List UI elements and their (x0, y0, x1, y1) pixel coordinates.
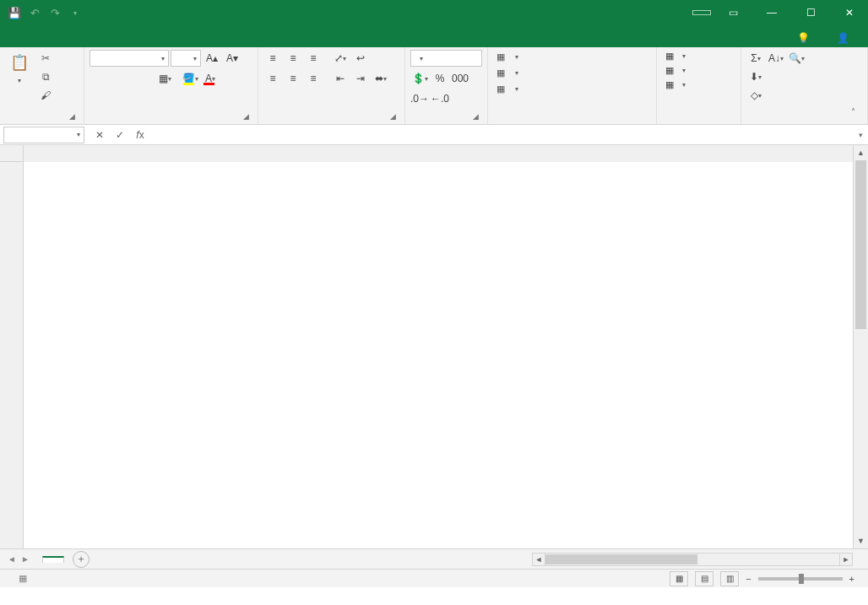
autosum-icon[interactable]: Σ▾ (746, 50, 765, 67)
add-sheet-button[interactable]: ＋ (73, 551, 90, 568)
launcher-icon[interactable]: ◢ (241, 112, 251, 122)
fill-color-icon[interactable]: 🪣▾ (181, 70, 199, 87)
cut-icon[interactable]: ✂ (37, 50, 54, 67)
ribbon-tabs: 💡 👤 (0, 25, 868, 47)
comma-icon[interactable]: 000 (451, 70, 469, 87)
minimize-icon[interactable]: — (755, 0, 789, 25)
align-bottom-icon[interactable]: ≡ (304, 50, 323, 67)
help-link[interactable] (818, 35, 828, 41)
collapse-ribbon-icon[interactable]: ˄ (851, 107, 865, 121)
confirm-edit-icon[interactable]: ✓ (110, 127, 130, 143)
paste-button[interactable]: 📋 ▾ (5, 50, 34, 86)
font-size-select[interactable]: ▾ (171, 50, 201, 67)
zoom-slider[interactable] (758, 577, 843, 581)
cancel-edit-icon[interactable]: ✕ (90, 127, 110, 143)
clear-icon[interactable]: ◇▾ (746, 87, 765, 104)
cell-styles-button[interactable]: ▦ ▾ (493, 82, 651, 96)
group-styles: ▦ ▾ ▦ ▾ ▦ ▾ (488, 47, 657, 124)
number-format-select[interactable]: ▾ (410, 50, 482, 67)
font-color-icon[interactable]: A▾ (201, 70, 220, 87)
group-editing: Σ▾ A↓▾ 🔍▾ ⬇▾ ◇▾ (741, 47, 868, 124)
qat-customize-icon[interactable]: ▾ (66, 3, 84, 22)
quick-access-toolbar: 💾 ↶ ↷ ▾ (0, 3, 84, 22)
align-center-icon[interactable]: ≡ (284, 70, 302, 87)
percent-icon[interactable]: % (431, 70, 449, 87)
scroll-left-icon[interactable]: ◄ (532, 553, 545, 566)
horizontal-scrollbar[interactable]: ◄ ► (532, 553, 853, 566)
decrease-font-icon[interactable]: A▾ (223, 50, 241, 67)
sheet-nav[interactable]: ◄► (0, 554, 37, 564)
close-icon[interactable]: ✕ (833, 0, 866, 25)
italic-button[interactable] (110, 70, 128, 87)
format-as-table-button[interactable]: ▦ ▾ (493, 66, 651, 80)
sheet-tab-bar: ◄► ＋ ◄ ► (0, 548, 868, 569)
scroll-up-icon[interactable]: ▲ (854, 145, 868, 160)
tell-me-icon[interactable]: 💡 (792, 29, 815, 47)
ribbon: 📋 ▾ ✂ ⧉ 🖌 ◢ ▾ ▾ A▴ A▾ (0, 47, 868, 125)
formula-input[interactable] (155, 127, 853, 143)
increase-indent-icon[interactable]: ⇥ (351, 70, 370, 87)
wrap-text-icon[interactable]: ↩ (351, 50, 370, 67)
align-right-icon[interactable]: ≡ (304, 70, 323, 87)
decrease-decimal-icon[interactable]: ←.0 (431, 90, 449, 107)
signin-button[interactable] (692, 10, 711, 15)
hscroll-thumb[interactable] (545, 554, 697, 564)
copy-icon[interactable]: ⧉ (37, 68, 54, 85)
align-middle-icon[interactable]: ≡ (284, 50, 302, 67)
insert-cells-button[interactable]: ▦ ▾ (662, 50, 735, 62)
sort-filter-icon[interactable]: A↓▾ (767, 50, 785, 67)
expand-formula-bar-icon[interactable]: ▾ (853, 131, 868, 139)
redo-icon[interactable]: ↷ (46, 3, 64, 22)
zoom-out-icon[interactable]: − (746, 574, 751, 584)
increase-font-icon[interactable]: A▴ (203, 50, 221, 67)
launcher-icon[interactable]: ◢ (67, 112, 77, 122)
align-top-icon[interactable]: ≡ (263, 50, 282, 67)
vertical-scrollbar[interactable]: ▲ ▼ (853, 145, 868, 548)
zoom-in-icon[interactable]: + (849, 574, 854, 584)
scroll-thumb[interactable] (855, 160, 866, 329)
row-headers[interactable] (0, 145, 24, 548)
sheet-tab[interactable] (42, 556, 64, 563)
group-font: ▾ ▾ A▴ A▾ ▦▾ 🪣▾ A▾ ◢ (84, 47, 258, 124)
page-break-view-icon[interactable]: ▥ (720, 571, 739, 586)
normal-view-icon[interactable]: ▦ (670, 571, 688, 586)
spreadsheet-grid[interactable]: ▲ ▼ (0, 145, 868, 548)
ribbon-options-icon[interactable]: ▭ (716, 0, 750, 25)
scroll-down-icon[interactable]: ▼ (854, 533, 868, 548)
format-cells-button[interactable]: ▦ ▾ (662, 78, 735, 91)
borders-icon[interactable]: ▦▾ (155, 70, 174, 87)
page-layout-view-icon[interactable]: ▤ (695, 571, 713, 586)
group-alignment: ≡ ≡ ≡ ⤢▾ ↩ ≡ ≡ ≡ ⇤ ⇥ ⬌▾ ◢ (258, 47, 405, 124)
fx-icon[interactable]: fx (130, 127, 150, 143)
undo-icon[interactable]: ↶ (25, 3, 44, 22)
launcher-icon[interactable]: ◢ (470, 112, 480, 122)
name-box[interactable]: ▾ (3, 127, 84, 143)
underline-button[interactable] (130, 70, 149, 87)
share-button[interactable]: 👤 (832, 29, 858, 47)
macro-record-icon[interactable]: ▦ (19, 573, 27, 584)
increase-decimal-icon[interactable]: .0→ (410, 90, 429, 107)
merge-icon[interactable]: ⬌▾ (372, 70, 390, 87)
group-cells: ▦ ▾ ▦ ▾ ▦ ▾ (657, 47, 741, 124)
align-left-icon[interactable]: ≡ (263, 70, 282, 87)
save-icon[interactable]: 💾 (5, 3, 24, 22)
fill-icon[interactable]: ⬇▾ (746, 68, 765, 85)
scroll-right-icon[interactable]: ► (839, 553, 853, 566)
decrease-indent-icon[interactable]: ⇤ (331, 70, 350, 87)
group-clipboard: 📋 ▾ ✂ ⧉ 🖌 ◢ (0, 47, 84, 124)
maximize-icon[interactable]: ☐ (794, 0, 827, 25)
formula-bar: ▾ ✕ ✓ fx ▾ (0, 125, 868, 145)
select-all-corner[interactable] (0, 145, 24, 162)
launcher-icon[interactable]: ◢ (388, 112, 398, 122)
column-headers[interactable] (24, 145, 853, 162)
paste-icon: 📋 (8, 51, 30, 73)
bold-button[interactable] (90, 70, 108, 87)
format-painter-icon[interactable]: 🖌 (37, 87, 54, 104)
conditional-formatting-button[interactable]: ▦ ▾ (493, 50, 651, 64)
font-name-select[interactable]: ▾ (90, 50, 169, 67)
currency-icon[interactable]: 💲▾ (410, 70, 429, 87)
delete-cells-button[interactable]: ▦ ▾ (662, 64, 735, 77)
find-select-icon[interactable]: 🔍▾ (787, 50, 806, 67)
orientation-icon[interactable]: ⤢▾ (331, 50, 350, 67)
group-number: ▾ 💲▾ % 000 .0→ ←.0 ◢ (405, 47, 488, 124)
